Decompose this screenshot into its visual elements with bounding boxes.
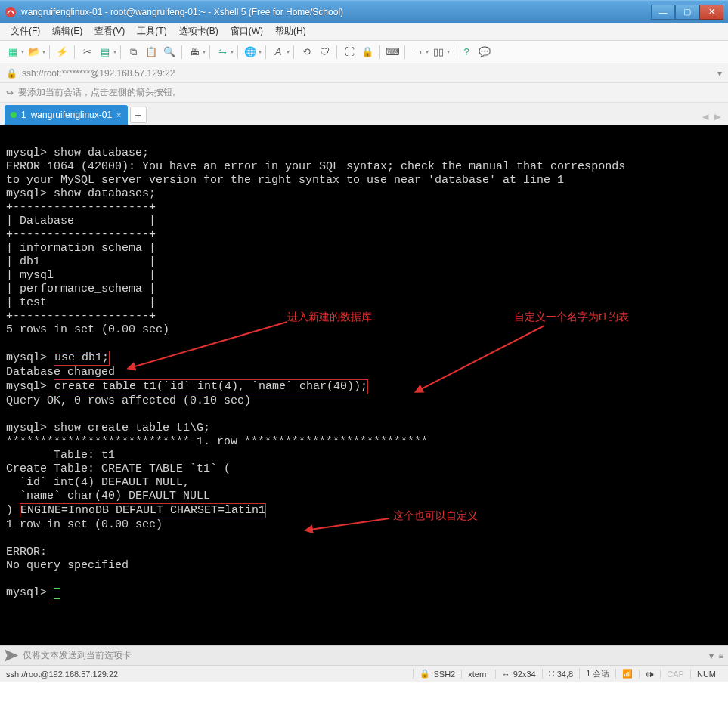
send-menu-icon[interactable]: ≡ [718, 651, 723, 661]
term-line: Database changed [6, 366, 115, 379]
globe-icon[interactable]: 🌐 [242, 44, 259, 60]
address-bar: 🔒 ssh://root:********@192.168.57.129:22 … [0, 63, 728, 83]
shield-icon[interactable]: 🛡 [316, 44, 333, 60]
status-ssh: 🔒SSH2 [413, 669, 461, 679]
annotation-2: 自定义一个名字为t1的表 [514, 310, 629, 323]
addr-dropdown-icon[interactable]: ▾ [717, 68, 722, 79]
term-line: | information_schema | [6, 242, 156, 255]
svg-line-3 [310, 518, 389, 530]
new-session-icon[interactable]: ▦ [5, 44, 21, 60]
menu-help[interactable]: 帮助(H) [269, 23, 312, 39]
fullscreen-icon[interactable]: ⛶ [341, 44, 358, 60]
tab-index: 1 [21, 110, 26, 120]
tab-label: wangruifenglinux-01 [31, 110, 112, 120]
paste-icon[interactable]: 📋 [143, 44, 160, 60]
menu-tools[interactable]: 工具(T) [131, 23, 172, 39]
keyboard-icon[interactable]: ⌨ [384, 44, 401, 60]
term-line: No query specified [6, 559, 129, 572]
term-line: `name` char(40) DEFAULT NULL [6, 490, 210, 503]
status-net-icon: 🕪 [639, 670, 660, 679]
lock-small-icon: 🔒 [6, 68, 17, 79]
copy-icon[interactable]: ⧉ [125, 44, 141, 60]
address-path[interactable]: ssh://root:********@192.168.57.129:22 [22, 68, 717, 79]
maximize-button[interactable]: ▢ [675, 5, 699, 20]
tab-bar: 1 wangruifenglinux-01 × + ◀ ▶ [0, 103, 728, 125]
menu-window[interactable]: 窗口(W) [225, 23, 269, 39]
highlight-use-db: use db1; [54, 351, 110, 366]
window-titlebar: wangruifenglinux-01 - root@wangruifeng-0… [0, 0, 728, 23]
properties-icon[interactable]: ▤ [97, 44, 113, 60]
close-button[interactable]: ✕ [699, 5, 723, 20]
cursor [54, 588, 60, 599]
term-line: | db1 | [6, 255, 156, 268]
arrow-hint-icon[interactable]: ↪ [6, 88, 14, 98]
term-line: +--------------------+ [6, 201, 156, 214]
term-line: mysql> show database; [6, 147, 149, 159]
layout2-icon[interactable]: ▯▯ [430, 44, 447, 60]
status-size: ↔92x34 [495, 670, 542, 679]
tab-next-icon[interactable]: ▶ [711, 112, 723, 125]
hint-text: 要添加当前会话，点击左侧的箭头按钮。 [18, 86, 181, 99]
minimize-button[interactable]: — [651, 5, 675, 20]
term-prompt: ) [6, 504, 20, 517]
annotation-3: 这个也可以自定义 [393, 509, 478, 522]
highlight-create-table: create table t1(`id` int(4), `name` char… [54, 379, 368, 394]
term-line: Table: t1 [6, 449, 115, 462]
term-line: | performance_schema | [6, 283, 156, 295]
send-dropdown-icon[interactable]: ▾ [705, 651, 718, 661]
status-bar: ssh://root@192.168.57.129:22 🔒SSH2 xterm… [0, 665, 728, 682]
font-icon[interactable]: A [270, 44, 287, 60]
status-signal-icon: 📶 [615, 669, 639, 679]
toolbar: ▦▾ 📂▾ ⚡ ✂ ▤▾ ⧉ 📋 🔍 🖶▾ ⇋▾ 🌐▾ A▾ ⟲ 🛡 ⛶ 🔒 ⌨… [0, 41, 728, 63]
tab-close-icon[interactable]: × [116, 110, 121, 119]
term-prompt: mysql> [6, 586, 54, 599]
svg-point-0 [5, 7, 16, 17]
term-line: | test | [6, 296, 156, 309]
tab-prev-icon[interactable]: ◀ [699, 112, 711, 125]
term-line: mysql> show create table t1\G; [6, 422, 210, 434]
send-icon[interactable] [5, 650, 18, 662]
menu-edit[interactable]: 编辑(E) [46, 23, 88, 39]
term-line: | mysql | [6, 269, 156, 282]
term-line: ERROR 1064 (42000): You have an error in… [6, 160, 625, 173]
arrow-3 [302, 515, 401, 537]
term-line: 1 row in set (0.00 sec) [6, 518, 163, 531]
window-buttons: — ▢ ✕ [651, 5, 723, 20]
open-icon[interactable]: 📂 [26, 44, 42, 60]
term-line: Create Table: CREATE TABLE `t1` ( [6, 462, 231, 475]
term-line: mysql> show databases; [6, 187, 156, 200]
term-line: `id` int(4) DEFAULT NULL, [6, 476, 190, 489]
app-icon [5, 6, 17, 18]
term-line: 5 rows in set (0.00 sec) [6, 323, 169, 336]
session-tab[interactable]: 1 wangruifenglinux-01 × [5, 105, 128, 125]
menu-view[interactable]: 查看(V) [88, 23, 131, 39]
status-cap: CAP [660, 670, 690, 679]
new-tab-button[interactable]: + [130, 107, 147, 123]
tips-icon[interactable]: 💬 [476, 44, 493, 60]
send-input[interactable]: 仅将文本发送到当前选项卡 [23, 649, 705, 662]
refresh-icon[interactable]: ⟲ [298, 44, 314, 60]
find-icon[interactable]: 🔍 [161, 44, 178, 60]
menu-file[interactable]: 文件(F) [5, 23, 46, 39]
term-line: +--------------------+ [6, 228, 156, 241]
cut-icon[interactable]: ✂ [79, 44, 95, 60]
arrow-2 [408, 322, 559, 397]
term-line: Query OK, 0 rows affected (0.10 sec) [6, 394, 251, 407]
status-pos: ⸬34,8 [542, 669, 579, 679]
term-line: +--------------------+ [6, 310, 156, 323]
menu-tabs[interactable]: 选项卡(B) [173, 23, 225, 39]
terminal[interactable]: mysql> show database; ERROR 1064 (42000)… [0, 125, 728, 645]
send-bar: 仅将文本发送到当前选项卡 ▾ ≡ [0, 645, 728, 665]
svg-line-2 [420, 326, 544, 390]
status-num: NUM [690, 670, 722, 679]
lock-icon[interactable]: 🔒 [359, 44, 376, 60]
help-icon[interactable]: ? [458, 44, 475, 60]
window-title: wangruifenglinux-01 - root@wangruifeng-0… [21, 7, 651, 17]
transfer-icon[interactable]: ⇋ [214, 44, 231, 60]
term-prompt: mysql> [6, 351, 54, 364]
reconnect-icon[interactable]: ⚡ [54, 44, 70, 60]
status-term: xterm [461, 670, 495, 679]
layout1-icon[interactable]: ▭ [409, 44, 426, 60]
print-icon[interactable]: 🖶 [186, 44, 203, 60]
tab-status-icon [11, 112, 17, 118]
